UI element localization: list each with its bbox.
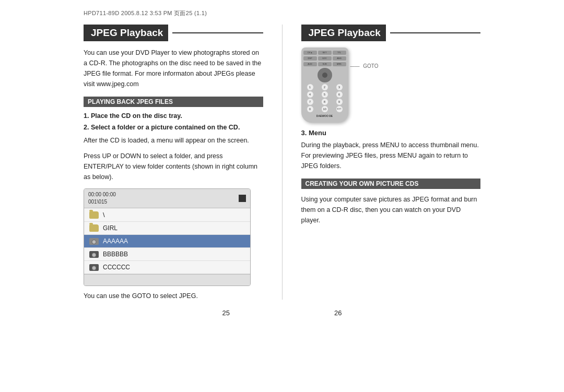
screen-mockup: 00:00 00:00 001\015 \ GIRL xyxy=(84,188,251,286)
remote-top-buttons-row1: CH▲ SET TTL xyxy=(303,51,346,55)
col-right: JPEG Playback CH▲ SET TTL DSP EZV xyxy=(301,25,481,233)
remote-btn-ch: CH▲ xyxy=(303,51,317,55)
remote-btn-ezv: EZV xyxy=(318,56,332,61)
creating-text: Using your computer save pictures as JPE… xyxy=(301,194,481,225)
screen-row-aaaaaa: AAAAAA xyxy=(84,235,250,248)
page-left: 25 xyxy=(222,309,230,317)
step3-text: During the playback, press MENU to acces… xyxy=(301,140,481,171)
remote-btn-angle: ANG xyxy=(333,56,346,61)
screen-bottom-bar xyxy=(84,274,250,286)
col-left: JPEG Playback You can use your DVD Playe… xyxy=(84,25,263,300)
aaaaaa-label: AAAAAA xyxy=(103,237,128,245)
remote-btn-mark: MRK xyxy=(333,62,346,66)
goto-annotation: —— GOTO xyxy=(350,63,379,69)
remote-container: CH▲ SET TTL DSP EZV ANG AUD SUB MRK xyxy=(301,47,348,123)
header-meta: HPD711-89D 2005.8.12 3:53 PM 页面25 (1.1) xyxy=(84,9,480,17)
left-title-line: JPEG Playback xyxy=(84,25,263,41)
screen-row-cccccc: CCCCCC xyxy=(84,261,250,274)
remote-top-buttons-row3: AUD SUB MRK xyxy=(303,62,346,66)
remote-btn-audio: AUD xyxy=(303,62,317,66)
time1: 00:00 00:00 xyxy=(88,191,116,198)
left-section-title: JPEG Playback xyxy=(84,25,168,41)
remote-num-5: 5 xyxy=(322,91,328,98)
remote-num-grid: 1 2 3 4 5 6 7 8 9 0 10 EXT xyxy=(303,84,346,112)
cccccc-label: CCCCCC xyxy=(103,264,130,271)
remote-num-exit: EXT xyxy=(336,106,343,112)
goto-note: You can use the GOTO to select JPEG. xyxy=(84,292,263,300)
remote-btn-title: TTL xyxy=(333,51,346,55)
step3-title: 3. Menu xyxy=(301,129,481,137)
remote-num-6: 6 xyxy=(336,91,343,98)
camera-icon-bbbbbb xyxy=(89,251,99,258)
two-col-layout: JPEG Playback You can use your DVD Playe… xyxy=(84,25,480,300)
remote-top-buttons-row2: DSP EZV ANG xyxy=(303,56,346,61)
screen-row-bbbbbb: BBBBBB xyxy=(84,248,250,261)
remote-wrapper: CH▲ SET TTL DSP EZV ANG AUD SUB MRK xyxy=(301,47,481,123)
folder-icon-root xyxy=(89,211,99,219)
remote-num-1: 1 xyxy=(307,84,313,90)
remote-btn-setup: SET xyxy=(318,51,332,55)
right-title-line: JPEG Playback xyxy=(301,25,481,41)
subheader-playing: PLAYING BACK JPEG FILES xyxy=(84,97,263,107)
remote-nav xyxy=(318,68,332,82)
remote-num-10: 10 xyxy=(322,106,328,112)
right-section-title: JPEG Playback xyxy=(301,25,386,41)
page-container: HPD711-89D 2005.8.12 3:53 PM 页面25 (1.1) … xyxy=(78,0,486,322)
screen-row-root: \ xyxy=(84,208,250,222)
remote-brand: DAEWOO DE xyxy=(303,114,346,117)
folder-icon-girl xyxy=(89,224,99,232)
remote-mockup: CH▲ SET TTL DSP EZV ANG AUD SUB MRK xyxy=(301,47,348,123)
time2: 001\015 xyxy=(88,198,116,206)
girl-label: GIRL xyxy=(103,224,118,232)
goto-label: GOTO xyxy=(363,63,378,69)
bbbbbb-label: BBBBBB xyxy=(103,251,128,258)
remote-num-8: 8 xyxy=(322,99,328,105)
step2-detail2: Press UP or DOWN to select a folder, and… xyxy=(84,151,263,182)
remote-num-0: 0 xyxy=(307,106,313,112)
remote-num-3: 3 xyxy=(336,84,343,90)
screen-content: \ GIRL AAAAAA BBBBBB xyxy=(84,208,250,274)
root-label: \ xyxy=(103,211,105,219)
page-right: 26 xyxy=(334,309,342,317)
camera-icon-cccccc xyxy=(89,264,99,271)
page-numbers: 25 26 xyxy=(84,309,480,317)
step2-detail1: After the CD is loaded, a menu will appe… xyxy=(84,135,263,146)
remote-btn-disp: DSP xyxy=(303,56,317,61)
time-info: 00:00 00:00 001\015 xyxy=(88,191,116,206)
remote-num-2: 2 xyxy=(322,84,328,90)
step2-label: 2. Select a folder or a picture containe… xyxy=(84,124,263,131)
remote-num-4: 4 xyxy=(307,91,313,98)
step1-label: 1. Place the CD on the disc tray. xyxy=(84,112,263,120)
subheader-creating: CREATING YOUR OWN PICTURE CDS xyxy=(301,179,481,189)
camera-icon-aaaaaa xyxy=(89,238,99,245)
col-divider xyxy=(282,25,283,300)
stop-icon xyxy=(239,195,246,202)
goto-text: —— xyxy=(350,64,360,69)
remote-num-7: 7 xyxy=(307,99,313,105)
screen-row-girl: GIRL xyxy=(84,222,250,235)
remote-nav-center xyxy=(322,73,327,78)
screen-top-bar: 00:00 00:00 001\015 xyxy=(84,189,250,208)
remote-num-9: 9 xyxy=(336,99,343,105)
intro-text: You can use your DVD Player to view phot… xyxy=(84,47,263,89)
remote-btn-subt: SUB xyxy=(318,62,332,66)
